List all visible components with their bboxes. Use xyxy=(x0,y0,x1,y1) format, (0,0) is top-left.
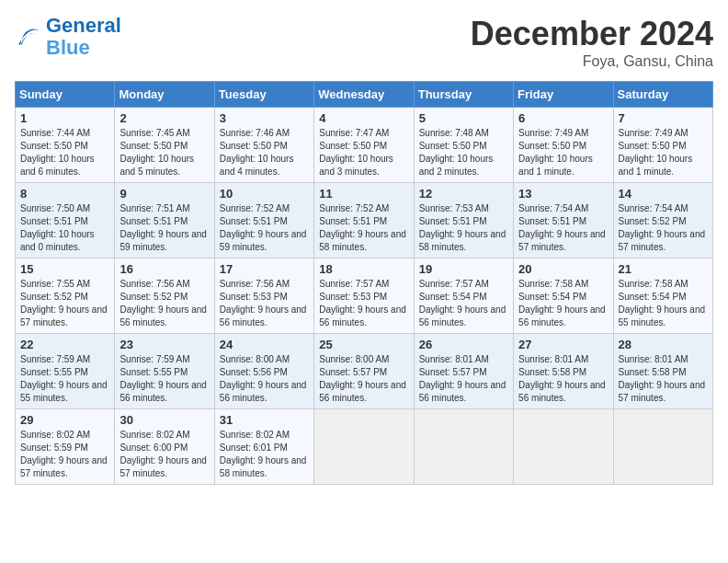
day-info: Sunrise: 7:48 AMSunset: 5:50 PMDaylight:… xyxy=(419,127,508,178)
calendar-cell: 25Sunrise: 8:00 AMSunset: 5:57 PMDayligh… xyxy=(314,334,414,409)
calendar-cell: 10Sunrise: 7:52 AMSunset: 5:51 PMDayligh… xyxy=(214,183,313,259)
calendar-cell: 11Sunrise: 7:52 AMSunset: 5:51 PMDayligh… xyxy=(314,183,414,259)
logo-text: GeneralBlue xyxy=(46,15,121,59)
day-info: Sunrise: 7:44 AMSunset: 5:50 PMDaylight:… xyxy=(20,127,109,178)
calendar-cell: 17Sunrise: 7:56 AMSunset: 5:53 PMDayligh… xyxy=(214,259,313,334)
weekday-header-saturday: Saturday xyxy=(613,82,712,108)
day-number: 5 xyxy=(419,111,508,125)
calendar-cell: 8Sunrise: 7:50 AMSunset: 5:51 PMDaylight… xyxy=(16,183,115,259)
calendar-cell: 29Sunrise: 8:02 AMSunset: 5:59 PMDayligh… xyxy=(16,409,115,485)
day-info: Sunrise: 7:58 AMSunset: 5:54 PMDaylight:… xyxy=(619,278,708,329)
day-info: Sunrise: 7:47 AMSunset: 5:50 PMDaylight:… xyxy=(319,127,408,178)
calendar-cell: 30Sunrise: 8:02 AMSunset: 6:00 PMDayligh… xyxy=(115,409,214,485)
day-info: Sunrise: 8:02 AMSunset: 6:01 PMDaylight:… xyxy=(220,429,309,480)
calendar-week-row: 15Sunrise: 7:55 AMSunset: 5:52 PMDayligh… xyxy=(16,259,713,334)
weekday-header-row: SundayMondayTuesdayWednesdayThursdayFrid… xyxy=(16,82,713,108)
logo-icon xyxy=(15,24,44,50)
day-info: Sunrise: 8:02 AMSunset: 6:00 PMDaylight:… xyxy=(119,429,209,480)
day-number: 4 xyxy=(319,111,408,125)
day-number: 19 xyxy=(419,262,508,276)
day-number: 27 xyxy=(518,338,608,351)
day-info: Sunrise: 7:49 AMSunset: 5:50 PMDaylight:… xyxy=(518,127,608,178)
day-number: 25 xyxy=(319,338,408,351)
day-info: Sunrise: 7:55 AMSunset: 5:52 PMDaylight:… xyxy=(20,278,109,329)
day-info: Sunrise: 7:50 AMSunset: 5:51 PMDaylight:… xyxy=(20,202,109,254)
day-info: Sunrise: 7:45 AMSunset: 5:50 PMDaylight:… xyxy=(119,127,209,178)
day-info: Sunrise: 7:59 AMSunset: 5:55 PMDaylight:… xyxy=(119,353,209,405)
day-number: 6 xyxy=(518,111,608,125)
day-number: 8 xyxy=(20,187,109,201)
day-number: 9 xyxy=(119,187,209,201)
calendar-cell xyxy=(314,409,414,485)
weekday-header-sunday: Sunday xyxy=(16,82,115,108)
day-info: Sunrise: 7:51 AMSunset: 5:51 PMDaylight:… xyxy=(119,202,209,254)
calendar-cell xyxy=(514,409,613,485)
day-info: Sunrise: 8:00 AMSunset: 5:57 PMDaylight:… xyxy=(319,353,408,405)
logo: GeneralBlue xyxy=(15,15,121,59)
calendar-cell: 27Sunrise: 8:01 AMSunset: 5:58 PMDayligh… xyxy=(514,334,613,409)
calendar-cell: 23Sunrise: 7:59 AMSunset: 5:55 PMDayligh… xyxy=(115,334,214,409)
weekday-header-wednesday: Wednesday xyxy=(314,82,414,108)
day-number: 14 xyxy=(619,187,708,201)
day-info: Sunrise: 7:56 AMSunset: 5:53 PMDaylight:… xyxy=(220,278,309,329)
calendar-week-row: 22Sunrise: 7:59 AMSunset: 5:55 PMDayligh… xyxy=(16,334,713,409)
day-number: 22 xyxy=(20,338,109,351)
day-number: 2 xyxy=(119,111,209,125)
day-info: Sunrise: 8:02 AMSunset: 5:59 PMDaylight:… xyxy=(20,429,109,480)
weekday-header-thursday: Thursday xyxy=(414,82,513,108)
day-number: 16 xyxy=(119,262,209,276)
day-number: 12 xyxy=(419,187,508,201)
calendar-cell: 24Sunrise: 8:00 AMSunset: 5:56 PMDayligh… xyxy=(214,334,313,409)
calendar-cell: 26Sunrise: 8:01 AMSunset: 5:57 PMDayligh… xyxy=(414,334,513,409)
calendar-cell: 28Sunrise: 8:01 AMSunset: 5:58 PMDayligh… xyxy=(613,334,712,409)
calendar-week-row: 1Sunrise: 7:44 AMSunset: 5:50 PMDaylight… xyxy=(16,108,713,183)
calendar-week-row: 29Sunrise: 8:02 AMSunset: 5:59 PMDayligh… xyxy=(16,409,713,485)
calendar-cell: 31Sunrise: 8:02 AMSunset: 6:01 PMDayligh… xyxy=(214,409,313,485)
calendar-cell: 22Sunrise: 7:59 AMSunset: 5:55 PMDayligh… xyxy=(16,334,115,409)
day-info: Sunrise: 8:01 AMSunset: 5:58 PMDaylight:… xyxy=(619,353,708,405)
day-info: Sunrise: 8:00 AMSunset: 5:56 PMDaylight:… xyxy=(220,353,309,405)
calendar-cell: 15Sunrise: 7:55 AMSunset: 5:52 PMDayligh… xyxy=(16,259,115,334)
calendar-cell: 19Sunrise: 7:57 AMSunset: 5:54 PMDayligh… xyxy=(414,259,513,334)
day-number: 24 xyxy=(220,338,309,351)
day-info: Sunrise: 7:52 AMSunset: 5:51 PMDaylight:… xyxy=(319,202,408,254)
calendar-table: SundayMondayTuesdayWednesdayThursdayFrid… xyxy=(15,81,713,485)
day-number: 18 xyxy=(319,262,408,276)
location: Foya, Gansu, China xyxy=(471,53,713,70)
calendar-cell xyxy=(414,409,513,485)
day-number: 31 xyxy=(220,413,309,427)
calendar-cell: 20Sunrise: 7:58 AMSunset: 5:54 PMDayligh… xyxy=(514,259,613,334)
day-number: 10 xyxy=(220,187,309,201)
day-number: 3 xyxy=(220,111,309,125)
day-info: Sunrise: 7:54 AMSunset: 5:51 PMDaylight:… xyxy=(518,202,608,254)
day-info: Sunrise: 7:57 AMSunset: 5:53 PMDaylight:… xyxy=(319,278,408,329)
day-number: 26 xyxy=(419,338,508,351)
calendar-cell: 4Sunrise: 7:47 AMSunset: 5:50 PMDaylight… xyxy=(314,108,414,183)
day-info: Sunrise: 7:46 AMSunset: 5:50 PMDaylight:… xyxy=(220,127,309,178)
day-number: 30 xyxy=(119,413,209,427)
day-info: Sunrise: 7:49 AMSunset: 5:50 PMDaylight:… xyxy=(619,127,708,178)
calendar-cell: 9Sunrise: 7:51 AMSunset: 5:51 PMDaylight… xyxy=(115,183,214,259)
calendar-cell: 3Sunrise: 7:46 AMSunset: 5:50 PMDaylight… xyxy=(214,108,313,183)
weekday-header-friday: Friday xyxy=(514,82,613,108)
day-info: Sunrise: 7:52 AMSunset: 5:51 PMDaylight:… xyxy=(220,202,309,254)
day-info: Sunrise: 7:59 AMSunset: 5:55 PMDaylight:… xyxy=(20,353,109,405)
day-info: Sunrise: 8:01 AMSunset: 5:58 PMDaylight:… xyxy=(518,353,608,405)
day-number: 13 xyxy=(518,187,608,201)
calendar-cell: 1Sunrise: 7:44 AMSunset: 5:50 PMDaylight… xyxy=(16,108,115,183)
day-number: 28 xyxy=(619,338,708,351)
calendar-cell: 18Sunrise: 7:57 AMSunset: 5:53 PMDayligh… xyxy=(314,259,414,334)
calendar-cell: 21Sunrise: 7:58 AMSunset: 5:54 PMDayligh… xyxy=(613,259,712,334)
calendar-cell: 6Sunrise: 7:49 AMSunset: 5:50 PMDaylight… xyxy=(514,108,613,183)
calendar-cell xyxy=(613,409,712,485)
calendar-cell: 7Sunrise: 7:49 AMSunset: 5:50 PMDaylight… xyxy=(613,108,712,183)
month-title: December 2024 xyxy=(471,15,713,53)
calendar-cell: 12Sunrise: 7:53 AMSunset: 5:51 PMDayligh… xyxy=(414,183,513,259)
day-info: Sunrise: 7:53 AMSunset: 5:51 PMDaylight:… xyxy=(419,202,508,254)
day-info: Sunrise: 7:57 AMSunset: 5:54 PMDaylight:… xyxy=(419,278,508,329)
weekday-header-tuesday: Tuesday xyxy=(214,82,313,108)
day-number: 21 xyxy=(619,262,708,276)
calendar-cell: 5Sunrise: 7:48 AMSunset: 5:50 PMDaylight… xyxy=(414,108,513,183)
day-number: 29 xyxy=(20,413,109,427)
day-number: 17 xyxy=(220,262,309,276)
